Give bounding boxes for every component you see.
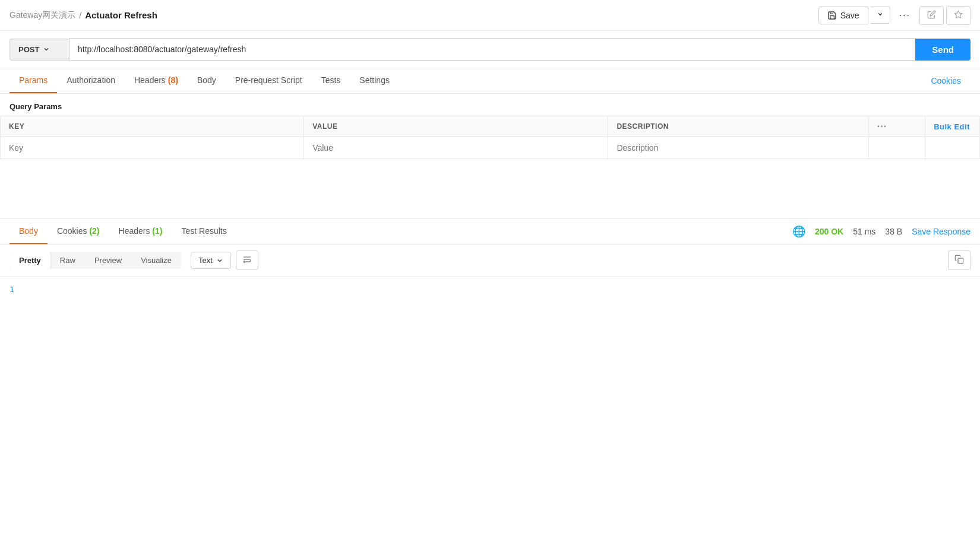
more-actions-button[interactable]: ···	[893, 6, 917, 25]
response-size: 38 B	[885, 227, 902, 236]
header: Gateway网关演示 / Actuator Refresh Save ···	[0, 0, 980, 31]
wrap-icon	[242, 255, 252, 264]
response-time: 51 ms	[853, 227, 875, 236]
format-tab-pretty[interactable]: Pretty	[10, 252, 50, 269]
description-input[interactable]	[617, 143, 859, 153]
copy-button[interactable]	[948, 251, 970, 270]
response-tab-headers[interactable]: Headers (1)	[109, 219, 172, 244]
method-chevron-icon	[43, 46, 50, 53]
query-params-label: Query Params	[0, 94, 980, 116]
edit-button[interactable]	[919, 6, 944, 25]
format-tab-visualize[interactable]: Visualize	[131, 252, 181, 269]
bulk-edit-header: Bulk Edit	[925, 116, 980, 137]
text-format-label: Text	[198, 256, 213, 265]
star-button[interactable]	[946, 6, 970, 25]
breadcrumb-base: Gateway网关演示	[10, 10, 75, 21]
save-button[interactable]: Save	[818, 7, 868, 24]
tab-pre-request[interactable]: Pre-request Script	[226, 68, 312, 93]
response-tabs: Body Cookies (2) Headers (1) Test Result…	[0, 219, 980, 245]
url-bar: POST Send	[0, 31, 980, 68]
tab-settings[interactable]: Settings	[350, 68, 399, 93]
col-header-key: KEY	[1, 116, 304, 137]
edit-icon	[927, 10, 936, 19]
spacer	[0, 159, 980, 207]
tab-cookies[interactable]: Cookies	[921, 69, 970, 93]
chevron-down-icon	[877, 11, 884, 18]
save-icon	[827, 11, 837, 20]
tab-authorization[interactable]: Authorization	[57, 68, 125, 93]
tab-headers[interactable]: Headers (8)	[125, 68, 188, 93]
response-meta: 🌐 200 OK 51 ms 38 B Save Response	[792, 225, 970, 238]
method-label: POST	[18, 45, 39, 54]
text-format-chevron-icon	[216, 257, 223, 264]
format-tabs: Pretty Raw Preview Visualize	[10, 252, 181, 269]
key-input[interactable]	[9, 143, 295, 153]
row-extra-cell	[925, 137, 980, 159]
method-selector[interactable]: POST	[10, 39, 69, 61]
col-header-value: VALUE	[304, 116, 608, 137]
format-tab-raw[interactable]: Raw	[50, 252, 85, 269]
table-more-icon[interactable]: ···	[877, 121, 887, 131]
line-number: 1	[10, 285, 14, 294]
response-tab-test-results[interactable]: Test Results	[172, 219, 236, 244]
save-dropdown-button[interactable]	[871, 7, 890, 24]
page-title: Actuator Refresh	[85, 10, 157, 20]
table-row	[1, 137, 980, 159]
description-cell	[608, 137, 868, 159]
send-label: Send	[932, 45, 954, 55]
response-tab-body[interactable]: Body	[10, 219, 48, 244]
request-tabs: Params Authorization Headers (8) Body Pr…	[0, 68, 980, 94]
url-input[interactable]	[69, 38, 915, 61]
bulk-edit-link[interactable]: Bulk Edit	[934, 122, 970, 131]
save-response-link[interactable]: Save Response	[912, 227, 970, 236]
svg-marker-0	[954, 11, 962, 18]
text-format-selector[interactable]: Text	[191, 252, 231, 269]
tab-body[interactable]: Body	[188, 68, 226, 93]
save-label: Save	[840, 11, 859, 20]
send-button[interactable]: Send	[915, 39, 970, 61]
headers-badge: (8)	[168, 75, 178, 85]
header-actions: Save ···	[818, 6, 970, 25]
row-actions-cell	[868, 137, 925, 159]
params-table: KEY VALUE DESCRIPTION ··· Bulk Edit	[0, 116, 980, 159]
response-tab-cookies[interactable]: Cookies (2)	[48, 219, 109, 244]
code-area: 1	[0, 277, 980, 312]
response-headers-badge: (1)	[152, 226, 162, 236]
breadcrumb: Gateway网关演示 / Actuator Refresh	[10, 10, 157, 21]
key-cell	[1, 137, 304, 159]
svg-rect-2	[958, 258, 963, 264]
value-input[interactable]	[312, 143, 599, 153]
tab-tests[interactable]: Tests	[312, 68, 350, 93]
status-badge: 200 OK	[815, 227, 843, 236]
more-dots: ···	[899, 10, 911, 20]
col-header-actions: ···	[868, 116, 925, 137]
cookies-badge: (2)	[89, 226, 99, 236]
star-icon	[954, 10, 963, 19]
col-header-description: DESCRIPTION	[608, 116, 868, 137]
wrap-button[interactable]	[236, 251, 258, 270]
copy-icon	[954, 255, 964, 264]
response-section: Body Cookies (2) Headers (1) Test Result…	[0, 218, 980, 312]
value-cell	[304, 137, 608, 159]
params-table-header-row: KEY VALUE DESCRIPTION ··· Bulk Edit	[1, 116, 980, 137]
globe-icon: 🌐	[792, 225, 805, 238]
format-tab-preview[interactable]: Preview	[85, 252, 131, 269]
format-bar: Pretty Raw Preview Visualize Text	[0, 245, 980, 277]
breadcrumb-separator: /	[79, 11, 81, 20]
tab-params[interactable]: Params	[10, 68, 57, 93]
app-container: Gateway网关演示 / Actuator Refresh Save ···	[0, 0, 980, 312]
